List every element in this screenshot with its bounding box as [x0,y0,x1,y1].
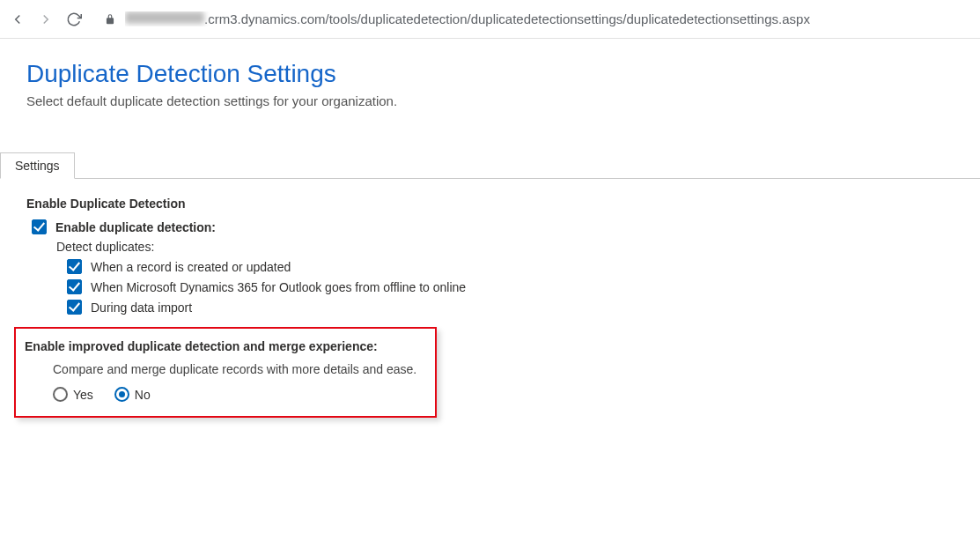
detect-duplicates-label: Detect duplicates: [26,240,954,254]
back-button[interactable] [9,11,26,28]
improved-experience-callout: Enable improved duplicate detection and … [14,327,437,418]
improved-no-radio[interactable] [114,387,129,402]
page-title: Duplicate Detection Settings [26,60,954,88]
detect-option-label-1: When Microsoft Dynamics 365 for Outlook … [91,280,466,294]
address-bar[interactable]: .crm3.dynamics.com/tools/duplicatedetect… [93,6,971,33]
reload-button[interactable] [65,11,83,28]
detect-option-checkbox-data-import[interactable] [67,300,82,315]
tab-settings[interactable]: Settings [0,152,75,179]
improved-yes-radio[interactable] [53,387,68,402]
detect-option-checkbox-outlook-offline-online[interactable] [67,279,82,294]
improved-no-label: No [135,388,151,402]
url-subdomain-redacted [125,11,204,24]
url-domain: .crm3.dynamics.com [204,11,326,26]
lock-icon [104,13,116,26]
section-enable-duplicate-detection: Enable Duplicate Detection Enable duplic… [26,179,954,418]
url-path: /tools/duplicatedetection/duplicatedetec… [326,11,810,26]
url-text: .crm3.dynamics.com/tools/duplicatedetect… [125,11,810,26]
improved-yes-option[interactable]: Yes [53,387,93,402]
improved-heading: Enable improved duplicate detection and … [25,339,426,353]
page-subtitle: Select default duplicate detection setti… [26,93,954,108]
detect-option-label-2: During data import [91,300,192,315]
improved-radio-group: Yes No [25,387,426,402]
improved-no-option[interactable]: No [114,387,151,402]
detect-option-row-0: When a record is created or updated [26,259,954,274]
improved-yes-label: Yes [73,388,93,402]
enable-heading: Enable Duplicate Detection [26,197,954,211]
enable-main-row: Enable duplicate detection: [26,219,954,234]
improved-description: Compare and merge duplicate records with… [25,362,426,376]
enable-main-label: Enable duplicate detection: [55,220,216,234]
tabs-row: Settings [0,152,980,179]
page-content: Duplicate Detection Settings Select defa… [0,39,980,427]
detect-option-row-2: During data import [26,300,954,315]
enable-duplicate-detection-checkbox[interactable] [32,219,47,234]
forward-button[interactable] [37,11,55,28]
browser-toolbar: .crm3.dynamics.com/tools/duplicatedetect… [0,0,980,39]
detect-option-checkbox-created-updated[interactable] [67,259,82,274]
detect-option-label-0: When a record is created or updated [91,260,291,274]
detect-option-row-1: When Microsoft Dynamics 365 for Outlook … [26,279,954,294]
